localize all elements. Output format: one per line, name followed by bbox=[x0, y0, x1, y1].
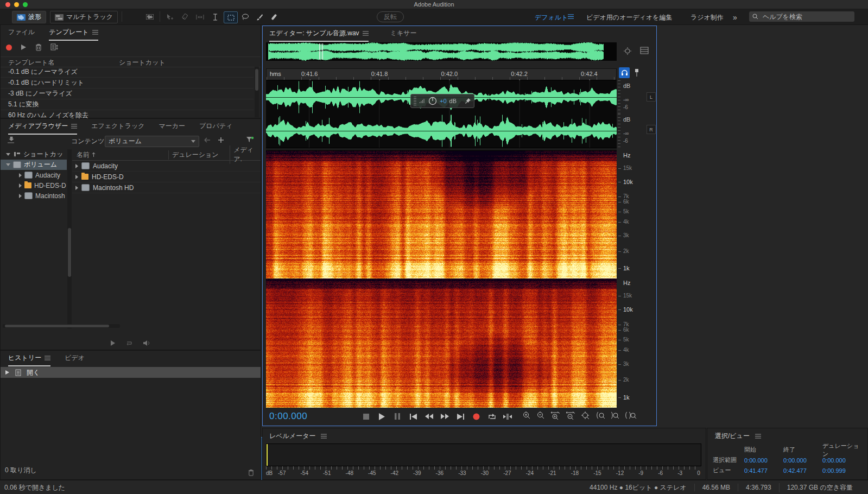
tab-media-browser[interactable]: メディアブラウザー bbox=[8, 122, 77, 135]
panel-menu-icon[interactable] bbox=[321, 434, 327, 439]
panel-menu-icon[interactable] bbox=[363, 31, 369, 36]
col-media[interactable]: メディア. bbox=[230, 145, 261, 164]
left-channel-button[interactable]: L bbox=[647, 92, 656, 102]
media-row-macintosh-hd[interactable]: Macintosh HD bbox=[72, 182, 261, 193]
zoom-out-button[interactable] bbox=[536, 411, 545, 420]
zoom-to-in-point-button[interactable] bbox=[595, 411, 605, 420]
preview-play-button[interactable] bbox=[110, 340, 116, 346]
playhead-time-display[interactable]: 0:00.000 bbox=[269, 411, 307, 422]
panel-menu-icon[interactable] bbox=[71, 124, 77, 129]
play-button[interactable] bbox=[376, 411, 387, 422]
template-row[interactable]: 5.1 に変換 bbox=[1, 99, 254, 110]
add-shortcut-button[interactable] bbox=[218, 137, 224, 143]
hud-gain-value[interactable]: +0 bbox=[440, 98, 447, 104]
back-button[interactable] bbox=[204, 137, 211, 143]
volume-hud[interactable]: +0 dB bbox=[410, 94, 474, 108]
level-meter-title[interactable]: レベルメーター bbox=[269, 432, 315, 441]
selection-view-title[interactable]: 選択/ビュー bbox=[715, 432, 750, 441]
template-row[interactable]: -3 dB にノーマライズ bbox=[1, 88, 254, 99]
tab-history[interactable]: ヒストリー bbox=[8, 353, 50, 366]
search-input[interactable] bbox=[762, 12, 840, 21]
chevron-right-icon[interactable] bbox=[75, 175, 78, 179]
hud-knob-icon[interactable] bbox=[428, 97, 437, 105]
tab-files[interactable]: ファイル bbox=[8, 28, 35, 37]
monitor-input-button[interactable] bbox=[619, 67, 630, 78]
chevron-right-icon[interactable] bbox=[75, 164, 78, 168]
col-shortcut[interactable]: ショートカット bbox=[119, 58, 166, 67]
pause-button[interactable] bbox=[392, 411, 403, 422]
auto-play-button[interactable] bbox=[143, 340, 151, 346]
workspace-overflow-chevron[interactable]: » bbox=[733, 13, 737, 22]
workspace-radio[interactable]: ラジオ制作 bbox=[690, 13, 724, 22]
panel-menu-icon[interactable] bbox=[755, 434, 761, 439]
scrollbar-thumb[interactable] bbox=[5, 325, 109, 327]
tree-item-audacity[interactable]: Audacity bbox=[1, 170, 67, 180]
workspace-menu-icon[interactable] bbox=[568, 14, 574, 19]
chevron-right-icon[interactable] bbox=[19, 183, 22, 188]
templates-scrollbar[interactable] bbox=[255, 67, 259, 117]
waveform-display-toggle[interactable] bbox=[143, 11, 156, 22]
play-template-button[interactable] bbox=[21, 44, 27, 50]
skip-selection-button[interactable] bbox=[502, 411, 513, 422]
media-row-hd-eds-d[interactable]: HD-EDS-D bbox=[72, 172, 261, 182]
chevron-right-icon[interactable] bbox=[19, 173, 22, 178]
zoom-to-selection-button[interactable] bbox=[625, 411, 636, 420]
move-tool[interactable] bbox=[163, 11, 176, 22]
tree-item-hd-eds-d[interactable]: HD-EDS-D bbox=[1, 180, 67, 191]
tab-editor[interactable]: エディター: サンプル音源.wav bbox=[269, 29, 369, 42]
tab-markers[interactable]: マーカー bbox=[159, 122, 186, 131]
invert-button[interactable]: 反転 bbox=[377, 11, 404, 22]
slip-tool[interactable] bbox=[193, 11, 206, 22]
import-file-button[interactable] bbox=[7, 136, 16, 144]
col-template-name[interactable]: テンプレート名 bbox=[8, 58, 54, 67]
scrollbar-thumb[interactable] bbox=[68, 228, 71, 277]
selection-duration-value[interactable]: 0:00.000 bbox=[822, 457, 861, 464]
paintbrush-selection-tool[interactable] bbox=[253, 11, 266, 22]
chevron-down-icon[interactable] bbox=[6, 153, 10, 156]
tree-item-volumes[interactable]: ボリューム bbox=[1, 160, 67, 170]
hud-drag-handle[interactable] bbox=[414, 97, 416, 105]
col-name[interactable]: 名前 bbox=[77, 150, 90, 160]
workspace-default[interactable]: デフォルト bbox=[535, 13, 568, 22]
tab-properties[interactable]: プロパティ bbox=[199, 122, 232, 131]
record-button[interactable] bbox=[471, 411, 481, 422]
help-search-box[interactable] bbox=[749, 11, 854, 22]
tab-mixer[interactable]: ミキサー bbox=[390, 29, 417, 38]
multitrack-view-button[interactable]: マルチトラック bbox=[50, 11, 118, 23]
selection-end-value[interactable]: 0:00.000 bbox=[783, 457, 822, 464]
template-row[interactable]: 60 Hz のハム ノイズを除去 bbox=[1, 110, 254, 118]
spectrogram-right-channel[interactable] bbox=[266, 278, 617, 408]
timeline-ruler[interactable]: hms 0:41.60:41.80:42.00:42.20:42.4 bbox=[266, 68, 617, 80]
col-duration[interactable]: デュレーション bbox=[168, 150, 230, 160]
panel-menu-icon[interactable] bbox=[45, 356, 50, 360]
lasso-selection-tool[interactable] bbox=[239, 11, 252, 22]
marquee-selection-tool[interactable] bbox=[224, 11, 238, 23]
loop-playback-button[interactable] bbox=[486, 411, 497, 422]
scrollbar-thumb[interactable] bbox=[255, 69, 258, 91]
zoom-reset-button[interactable] bbox=[581, 411, 590, 420]
tab-effects-rack[interactable]: エフェクトラック bbox=[91, 122, 144, 131]
contents-dropdown[interactable]: ボリューム bbox=[105, 136, 199, 147]
chevron-right-icon[interactable] bbox=[75, 186, 78, 190]
display-mode-icon[interactable] bbox=[640, 47, 649, 56]
tree-hscrollbar[interactable] bbox=[3, 324, 120, 328]
tab-video[interactable]: ビデオ bbox=[65, 353, 85, 363]
zoom-out-horizontal-button[interactable] bbox=[566, 411, 575, 420]
workspace-edit-audio-video[interactable]: ビデオ用のオーディオを編集 bbox=[586, 13, 673, 22]
stop-button[interactable] bbox=[360, 411, 371, 422]
waveform-right-channel[interactable] bbox=[266, 114, 617, 148]
tab-templates[interactable]: テンプレート bbox=[49, 28, 98, 41]
view-duration-value[interactable]: 0:00.999 bbox=[822, 467, 861, 474]
history-entry-open[interactable]: 開く bbox=[1, 367, 261, 378]
selection-start-value[interactable]: 0:00.000 bbox=[744, 457, 783, 464]
razor-tool[interactable] bbox=[178, 11, 191, 22]
view-end-value[interactable]: 0:42.477 bbox=[783, 467, 822, 474]
record-template-button[interactable] bbox=[6, 45, 12, 50]
time-selection-tool[interactable] bbox=[208, 11, 221, 22]
rewind-button[interactable] bbox=[423, 411, 434, 422]
spectrogram-left-channel[interactable] bbox=[266, 151, 617, 278]
template-row[interactable]: -0.1 dB にハードリミット bbox=[1, 78, 254, 88]
zoom-to-out-point-button[interactable] bbox=[610, 411, 619, 420]
chevron-right-icon[interactable] bbox=[19, 194, 22, 198]
overview-waveform[interactable] bbox=[266, 42, 617, 61]
